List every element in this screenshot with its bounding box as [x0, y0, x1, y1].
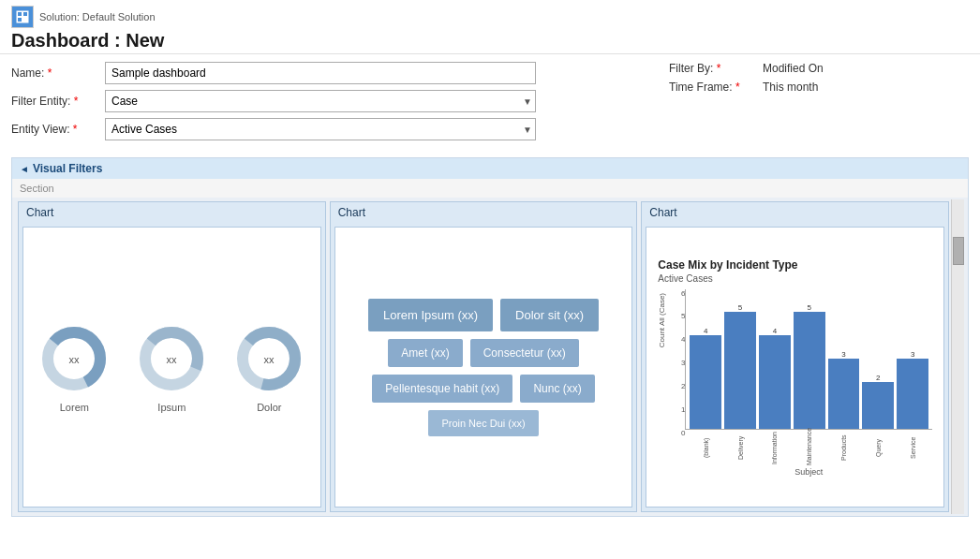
- chart-3-body: Case Mix by Incident Type Active Cases C…: [646, 227, 944, 508]
- xlabel-products: Products: [828, 430, 860, 465]
- donut-dolor-svg: xx: [231, 321, 306, 396]
- bar-products: 3: [828, 350, 860, 429]
- bar-chart-title: Case Mix by Incident Type: [658, 258, 932, 272]
- svg-text:xx: xx: [264, 354, 275, 365]
- entity-view-select[interactable]: Active Cases: [105, 118, 536, 140]
- tag-nunc: Nunc (xx): [520, 375, 594, 403]
- solution-text: Solution: Default Solution: [39, 11, 156, 22]
- time-frame-required: *: [735, 81, 740, 94]
- filter-entity-wrapper[interactable]: Case ▼: [105, 90, 536, 112]
- bar-query-rect: [862, 382, 894, 429]
- visual-filters-title: Visual Filters: [33, 162, 102, 175]
- bar-blank: 4: [690, 327, 721, 429]
- scrollbar[interactable]: [951, 199, 964, 514]
- xlabel-service: Service: [897, 430, 928, 465]
- filter-entity-select[interactable]: Case: [105, 90, 536, 112]
- svg-text:xx: xx: [69, 354, 81, 365]
- solution-label: Solution: Default Solution: [11, 6, 969, 28]
- svg-rect-3: [18, 18, 22, 22]
- tags-row-3: Pellentesque habit (xx) Nunc (xx): [354, 375, 614, 403]
- filter-entity-row: Filter Entity: * Case ▼: [11, 90, 669, 112]
- donut-dolor: xx Dolor: [231, 321, 306, 413]
- tags-container: Lorem Ipsum (xx) Dolor sit (xx) Amet (xx…: [343, 287, 625, 448]
- svg-text:xx: xx: [167, 354, 178, 365]
- name-required: *: [48, 66, 52, 80]
- chart-card-2: Chart Lorem Ipsum (xx) Dolor sit (xx) Am…: [330, 201, 638, 512]
- filter-entity-required: *: [74, 95, 79, 108]
- xlabel-maintenance: Maintenance: [794, 430, 825, 465]
- donut-lorem: xx Lorem: [37, 321, 111, 413]
- section-label: Section: [12, 179, 968, 198]
- chart-2-body: Lorem Ipsum (xx) Dolor sit (xx) Amet (xx…: [334, 227, 633, 508]
- time-frame-label: Time Frame: *: [669, 81, 763, 94]
- bar-blank-rect: [690, 335, 721, 429]
- xlabel-query: Query: [862, 430, 894, 465]
- filter-by-row: Filter By: * Modified On: [669, 62, 969, 75]
- top-header: Solution: Default Solution Dashboard : N…: [0, 0, 980, 54]
- bar-information-rect: [759, 335, 791, 429]
- entity-view-row: Entity View: * Active Cases ▼: [11, 118, 669, 140]
- tag-consectetur: Consectetur (xx): [470, 339, 579, 367]
- donut-lorem-svg: xx: [37, 321, 111, 396]
- bar-delivery: 5: [724, 303, 756, 429]
- donut-ipsum-svg: xx: [134, 321, 209, 396]
- tags-row-2: Amet (xx) Consectetur (xx): [354, 339, 614, 367]
- tags-row-1: Lorem Ipsum (xx) Dolor sit (xx): [354, 299, 614, 331]
- bar-delivery-rect: [724, 312, 756, 429]
- tags-row-4: Proin Nec Dui (xx): [354, 410, 614, 436]
- bar-service-rect: [897, 359, 928, 429]
- tag-proin: Proin Nec Dui (xx): [428, 410, 538, 436]
- filter-entity-label: Filter Entity: *: [11, 95, 105, 108]
- name-row: Name: *: [11, 62, 669, 84]
- scrollbar-thumb[interactable]: [953, 237, 964, 265]
- chart-1-body: xx Lorem xx Ipsum: [22, 227, 321, 508]
- time-frame-value: This month: [763, 81, 818, 94]
- bar-maintenance-rect: [794, 312, 825, 429]
- bar-maintenance: 5: [794, 303, 825, 429]
- chart-3-header: Chart: [642, 202, 948, 223]
- form-section: Name: * Filter Entity: * Case ▼ Entity V…: [0, 54, 980, 154]
- tag-dolor-sit: Dolor sit (xx): [500, 299, 599, 331]
- bar-information: 4: [759, 327, 791, 429]
- bar-products-rect: [828, 359, 860, 429]
- chart-2-header: Chart: [331, 202, 637, 223]
- bar-chart-inner: Count All (Case) 0 1 2 3: [658, 289, 932, 477]
- chart-card-1: Chart xx Lorem: [18, 201, 326, 512]
- filter-by-required: *: [717, 62, 721, 75]
- tag-pellentesque: Pellentesque habit (xx): [372, 375, 512, 403]
- bar-chart-container: Case Mix by Incident Type Active Cases C…: [654, 255, 936, 480]
- xlabel-delivery: Delivery: [724, 430, 756, 465]
- filter-by-label: Filter By: *: [669, 62, 763, 75]
- entity-view-required: *: [73, 123, 78, 136]
- filter-by-value: Modified On: [763, 62, 824, 75]
- tag-amet: Amet (xx): [388, 339, 462, 367]
- page-title: Dashboard : New: [11, 30, 969, 51]
- entity-view-wrapper[interactable]: Active Cases ▼: [105, 118, 536, 140]
- name-label: Name: *: [11, 66, 105, 80]
- bar-query: 2: [862, 374, 894, 429]
- form-left: Name: * Filter Entity: * Case ▼ Entity V…: [11, 62, 669, 146]
- svg-rect-2: [23, 12, 27, 16]
- entity-view-label: Entity View: *: [11, 123, 105, 136]
- name-input[interactable]: [105, 62, 536, 84]
- donuts-container: xx Lorem xx Ipsum: [31, 321, 313, 413]
- yaxis-title: Count All (Case): [658, 293, 666, 347]
- visual-filters-section: ◄ Visual Filters Section Chart xx: [11, 157, 969, 517]
- visual-filters-header[interactable]: ◄ Visual Filters: [12, 158, 968, 179]
- donut-lorem-label: Lorem: [60, 402, 89, 413]
- form-right: Filter By: * Modified On Time Frame: * T…: [669, 62, 969, 146]
- donut-ipsum-label: Ipsum: [157, 402, 186, 413]
- xaxis-title: Subject: [685, 467, 932, 477]
- donut-ipsum: xx Ipsum: [134, 321, 209, 413]
- time-frame-row: Time Frame: * This month: [669, 81, 969, 94]
- chart-1-header: Chart: [19, 202, 325, 223]
- donut-dolor-label: Dolor: [257, 402, 281, 413]
- xlabel-blank: (blank): [690, 430, 721, 465]
- collapse-icon: ◄: [20, 164, 29, 174]
- solution-icon: [11, 6, 34, 28]
- charts-area: Section Chart xx Lorem: [12, 179, 968, 516]
- tag-lorem-ipsum: Lorem Ipsum (xx): [368, 299, 493, 331]
- svg-rect-1: [18, 12, 22, 16]
- bar-service: 3: [897, 350, 928, 429]
- xlabel-information: Information: [759, 430, 791, 465]
